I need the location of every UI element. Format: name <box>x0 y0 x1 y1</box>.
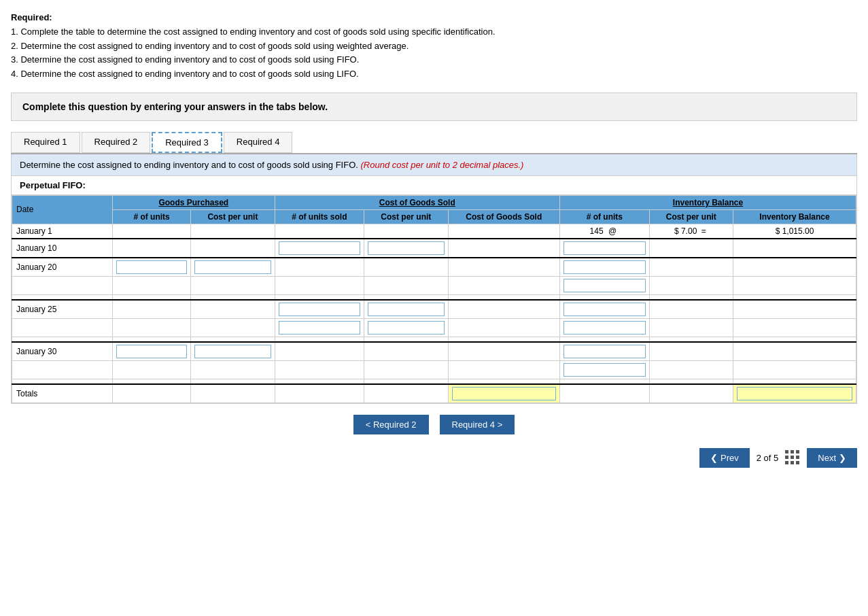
page-info: ❮ Prev 2 of 5 Next ❯ <box>699 448 857 468</box>
jan10-cogs-units[interactable] <box>275 239 364 258</box>
input-jan25-cogs-cpu-2[interactable] <box>368 321 444 335</box>
jan10-gp-units <box>113 239 191 258</box>
input-totals-cogs[interactable] <box>452 387 557 400</box>
jan20-ib-units[interactable] <box>560 258 650 277</box>
jan10-cogs-cpu[interactable] <box>364 239 448 258</box>
jan1-ib-balance: $ 1,015.00 <box>733 224 856 239</box>
row-january30-extra2 <box>12 379 856 384</box>
next-required4-button[interactable]: Required 4 > <box>440 415 515 434</box>
input-jan20-ib-units[interactable] <box>563 260 646 274</box>
jan20-gp-cpu[interactable] <box>191 258 275 277</box>
date-jan30: January 30 <box>12 342 113 361</box>
jan30-gp-units[interactable] <box>113 342 191 361</box>
jan10-ib-cpu <box>649 239 733 258</box>
col-header-cogs-cogs: Cost of Goods Sold <box>448 209 560 224</box>
totals-ib-balance[interactable] <box>733 384 856 403</box>
row-january30: January 30 <box>12 342 856 361</box>
col-header-ib-cpu: Cost per unit <box>649 209 733 224</box>
jan1-cogs-cpu <box>364 224 448 239</box>
section-header-inventory-balance: Inventory Balance <box>560 195 856 209</box>
row-january25-extra1 <box>12 318 856 337</box>
instruction-2: 2. Determine the cost assigned to ending… <box>11 41 409 51</box>
col-header-cogs-cpu: Cost per unit <box>364 209 448 224</box>
jan20-ib-balance <box>733 258 856 277</box>
input-jan25-ib-units[interactable] <box>563 303 646 316</box>
row-january20: January 20 <box>12 258 856 277</box>
jan1-gp-units <box>113 224 191 239</box>
totals-cogs[interactable] <box>448 384 560 403</box>
question-box: Complete this question by entering your … <box>11 92 857 121</box>
jan25-cogs-cpu[interactable] <box>364 300 448 319</box>
date-jan20: January 20 <box>12 258 113 277</box>
input-jan10-ib-units[interactable] <box>563 241 646 255</box>
jan20-cogs-units <box>275 258 364 277</box>
jan25-ib-balance <box>733 300 856 319</box>
jan1-cogs-cogs <box>448 224 560 239</box>
input-jan30-gp-cpu[interactable] <box>194 345 271 358</box>
input-jan25-cogs-units[interactable] <box>279 303 361 316</box>
jan30-gp-cpu[interactable] <box>191 342 275 361</box>
input-jan25-ib-units-2[interactable] <box>563 321 646 335</box>
input-jan30-ib-units[interactable] <box>563 345 646 358</box>
col-header-date: Date <box>12 195 113 224</box>
prev-chevron-icon: ❮ <box>710 453 718 463</box>
input-jan25-cogs-cpu[interactable] <box>368 303 444 316</box>
tab-content: Determine the cost assigned to ending in… <box>11 154 857 404</box>
tab-required4[interactable]: Required 4 <box>224 132 293 153</box>
instruction-3: 3. Determine the cost assigned to ending… <box>11 54 359 65</box>
jan20-cogs-cogs <box>448 258 560 277</box>
bottom-nav-buttons: < Required 2 Required 4 > <box>11 415 857 434</box>
date-jan10: January 10 <box>12 239 113 258</box>
jan10-ib-units[interactable] <box>560 239 650 258</box>
tabs-row: Required 1 Required 2 Required 3 Require… <box>11 132 857 154</box>
section-header-goods-purchased: Goods Purchased <box>113 195 275 209</box>
tab-required3[interactable]: Required 3 <box>152 132 222 153</box>
jan20-ib-cpu <box>649 258 733 277</box>
next-chevron-icon: ❯ <box>839 453 846 463</box>
input-jan20-ib-units-2[interactable] <box>563 279 646 292</box>
row-january25: January 25 <box>12 300 856 319</box>
row-january10: January 10 <box>12 239 856 258</box>
jan1-cogs-units <box>275 224 364 239</box>
input-jan10-cogs-units[interactable] <box>279 241 361 255</box>
jan20-gp-units[interactable] <box>113 258 191 277</box>
input-totals-ib-balance[interactable] <box>737 387 852 400</box>
jan25-gp-units <box>113 300 191 319</box>
row-january20-extra <box>12 276 856 294</box>
jan25-ib-units[interactable] <box>560 300 650 319</box>
col-header-cogs-units: # of units sold <box>275 209 364 224</box>
row-january30-extra1 <box>12 360 856 379</box>
row-totals: Totals <box>12 384 856 403</box>
required-label: Required: <box>11 12 52 22</box>
jan25-cogs-cogs <box>448 300 560 319</box>
input-jan20-gp-cpu[interactable] <box>194 260 271 274</box>
input-jan25-cogs-units-2[interactable] <box>279 321 361 335</box>
jan20-cogs-cpu <box>364 258 448 277</box>
page-number: 2 of 5 <box>757 453 779 463</box>
instruction-1: 1. Complete the table to determine the c… <box>11 27 496 37</box>
input-jan30-gp-units[interactable] <box>116 345 187 358</box>
col-header-gp-units: # of units <box>113 209 191 224</box>
input-jan10-cogs-cpu[interactable] <box>368 241 444 255</box>
jan25-cogs-units[interactable] <box>275 300 364 319</box>
row-january25-extra2 <box>12 337 856 342</box>
col-header-gp-cost: Cost per unit <box>191 209 275 224</box>
prev-required2-button[interactable]: < Required 2 <box>353 415 429 434</box>
prev-button[interactable]: ❮ Prev <box>699 448 750 468</box>
tab-required2[interactable]: Required 2 <box>82 132 151 153</box>
tab-instruction: Determine the cost assigned to ending in… <box>12 154 856 176</box>
row-empty1 <box>12 294 856 300</box>
date-jan1: January 1 <box>12 224 113 239</box>
input-jan30-ib-units-2[interactable] <box>563 363 646 377</box>
col-header-ib-balance: Inventory Balance <box>733 209 856 224</box>
tab-required1[interactable]: Required 1 <box>11 132 80 153</box>
jan25-gp-cpu <box>191 300 275 319</box>
next-button[interactable]: Next ❯ <box>807 448 857 468</box>
jan25-ib-cpu <box>649 300 733 319</box>
jan1-gp-cpu <box>191 224 275 239</box>
input-jan20-gp-units[interactable] <box>116 260 187 274</box>
jan10-cogs-cogs <box>448 239 560 258</box>
instruction-4: 4. Determine the cost assigned to ending… <box>11 69 359 79</box>
date-jan25: January 25 <box>12 300 113 319</box>
instructions-section: Required: 1. Complete the table to deter… <box>11 11 857 82</box>
